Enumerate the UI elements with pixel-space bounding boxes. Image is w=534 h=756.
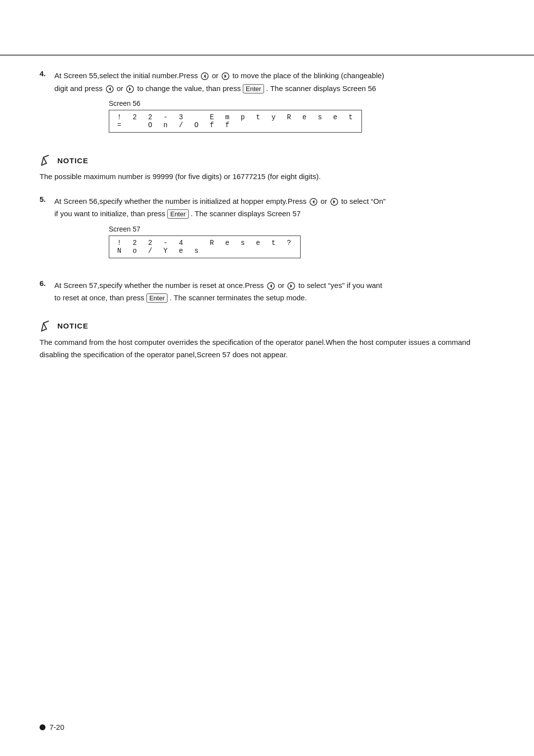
arrow-left-icon-1 bbox=[201, 72, 209, 80]
step-5-number: 5. bbox=[40, 195, 54, 203]
step-4-block: 4. At Screen 55,select the initial numbe… bbox=[40, 69, 494, 139]
step-4-text-line2: digit and press or to change the value, … bbox=[54, 82, 494, 95]
svg-marker-17 bbox=[270, 284, 272, 288]
footer-bullet bbox=[40, 724, 45, 730]
svg-line-11 bbox=[44, 155, 48, 157]
step6-text-line2a: to reset at once, than press bbox=[54, 293, 144, 302]
enter-key-3: Enter bbox=[146, 293, 168, 303]
notice-2-title: NOTICE bbox=[57, 322, 89, 330]
step-5-text-line2: if you want to initialize, than press En… bbox=[54, 207, 494, 220]
step-4-text: At Screen 55,select the initial number.P… bbox=[54, 69, 494, 82]
footer-page-number: 7-20 bbox=[49, 723, 64, 731]
arrow-right-icon-2 bbox=[126, 85, 134, 93]
top-divider bbox=[0, 54, 534, 56]
step6-text-line1b: to select “yes” if you want bbox=[299, 281, 382, 289]
step4-text-line2a: digit and press bbox=[54, 84, 103, 93]
enter-key-1: Enter bbox=[243, 84, 264, 94]
svg-marker-19 bbox=[290, 284, 292, 288]
svg-marker-1 bbox=[204, 74, 206, 78]
step6-text-line2b: . The scanner terminates the setup mode. bbox=[170, 293, 307, 302]
step-6-body: At Screen 57,specify whether the number … bbox=[54, 279, 494, 304]
notice-2-body: The command from the host computer overr… bbox=[40, 336, 494, 361]
svg-marker-15 bbox=[333, 200, 335, 204]
step4-text-line2c: . The scanner displays Screen 56 bbox=[266, 84, 376, 93]
step4-text-pre: At Screen 55,select the initial number.P… bbox=[54, 71, 198, 80]
step-5-block: 5. At Screen 56,specify whether the numb… bbox=[40, 195, 494, 264]
step5-or: or bbox=[320, 197, 327, 205]
notice-1-body: The possible maximum number is 99999 (fo… bbox=[40, 170, 494, 183]
step4-text-line2b: to change the value, than press bbox=[137, 84, 241, 93]
screen-57-row2: N o / Y e s bbox=[117, 247, 292, 255]
svg-marker-3 bbox=[224, 74, 226, 78]
arrow-right-icon-3 bbox=[330, 198, 338, 206]
step4-or-1: or bbox=[212, 71, 219, 80]
svg-line-9 bbox=[44, 157, 46, 163]
screen-56-display: ! 2 2 - 3 E m p t y R e s e t = O n / O … bbox=[109, 110, 362, 133]
screen-56-label: Screen 56 bbox=[109, 99, 494, 107]
step-6-block: 6. At Screen 57,specify whether the numb… bbox=[40, 279, 494, 304]
arrow-right-icon-4 bbox=[287, 282, 295, 290]
svg-marker-5 bbox=[109, 87, 111, 91]
notice-2-header: NOTICE bbox=[40, 319, 494, 333]
screen-56-row1: ! 2 2 - 3 E m p t y R e s e t bbox=[117, 113, 354, 121]
arrow-right-icon-1 bbox=[222, 72, 229, 80]
enter-key-2: Enter bbox=[167, 209, 188, 219]
svg-marker-13 bbox=[312, 200, 314, 204]
arrow-left-icon-2 bbox=[106, 85, 114, 93]
step6-or: or bbox=[278, 281, 284, 289]
step-6-number: 6. bbox=[40, 279, 54, 287]
screen-57-label: Screen 57 bbox=[109, 225, 494, 233]
notice-1-icon bbox=[40, 153, 53, 167]
notice-1-title: NOTICE bbox=[57, 156, 89, 165]
step-6-text-line2: to reset at once, than press Enter . The… bbox=[54, 291, 494, 304]
arrow-left-icon-3 bbox=[310, 198, 317, 206]
step-5-text: At Screen 56,specify whether the number … bbox=[54, 195, 494, 208]
step5-text-line2a: if you want to initialize, than press bbox=[54, 209, 165, 218]
arrow-left-icon-4 bbox=[267, 282, 275, 290]
step5-text-line1b: to select “On” bbox=[341, 197, 386, 205]
svg-line-21 bbox=[44, 323, 46, 329]
step-6-text-line1: At Screen 57,specify whether the number … bbox=[54, 279, 494, 292]
step5-text-pre: At Screen 56,specify whether the number … bbox=[54, 197, 307, 205]
screen-57-display: ! 2 2 - 4 R e s e t ? N o / Y e s bbox=[109, 236, 301, 258]
footer: 7-20 bbox=[40, 723, 64, 731]
notice-1-header: NOTICE bbox=[40, 153, 494, 167]
step4-or-2: or bbox=[117, 84, 123, 93]
svg-marker-7 bbox=[129, 87, 131, 91]
step6-text-pre: At Screen 57,specify whether the number … bbox=[54, 281, 264, 289]
step-4-number: 4. bbox=[40, 69, 54, 78]
notice-2-block: NOTICE The command from the host compute… bbox=[40, 319, 494, 361]
notice-2-icon bbox=[40, 319, 53, 333]
screen-56-row2: = O n / O f f bbox=[117, 121, 354, 129]
step-5-body: At Screen 56,specify whether the number … bbox=[54, 195, 494, 220]
screen-57-row1: ! 2 2 - 4 R e s e t ? bbox=[117, 239, 292, 247]
notice-1-block: NOTICE The possible maximum number is 99… bbox=[40, 153, 494, 183]
svg-line-23 bbox=[44, 321, 48, 323]
step4-text-mid2: to move the place of the blinking (chang… bbox=[232, 71, 384, 80]
step-4-body: At Screen 55,select the initial number.P… bbox=[54, 69, 494, 94]
step5-text-line2b: . The scanner displays Screen 57 bbox=[191, 209, 301, 218]
